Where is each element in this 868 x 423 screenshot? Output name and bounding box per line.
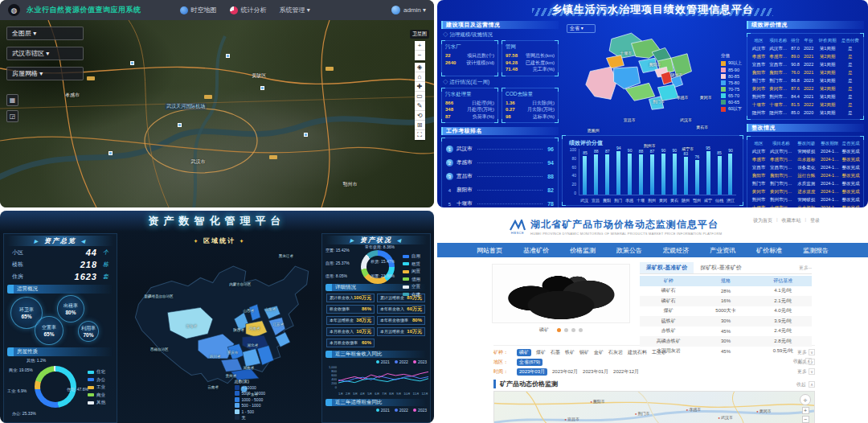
- table-row[interactable]: 磷矿石16%2.1元/吨: [640, 296, 812, 306]
- tool-button-1[interactable]: ⌂: [415, 72, 425, 82]
- table-row[interactable]: 黄冈市黄冈市污…进水浓度2024-1…整改完成: [750, 187, 861, 195]
- filter-tag[interactable]: 铁矿: [565, 349, 575, 356]
- ranking-row[interactable]: 1武汉市96: [446, 142, 554, 156]
- hubei-choropleth-map[interactable]: [568, 26, 721, 129]
- table-row[interactable]: 襄阳市襄阳市…76.02021第2周期是: [750, 68, 861, 76]
- table-row[interactable]: 十堰市十堰市…81.52022第2周期是: [750, 101, 861, 109]
- pan-control[interactable]: ✛: [800, 394, 811, 405]
- legend-entry[interactable]: 2023: [413, 408, 427, 413]
- layer-dropdown[interactable]: 房屋网格 ▾: [6, 67, 84, 80]
- tool-button-4[interactable]: ✎: [415, 101, 425, 111]
- layer-dropdown[interactable]: 武汉市辖区 ▾: [6, 47, 84, 60]
- table-row[interactable]: 十堰市十堰市污…出水超标2024-1…整改完成: [750, 203, 861, 207]
- carousel-dot[interactable]: [564, 328, 568, 332]
- table-row[interactable]: 随州市随州市…85.02020第1周期是: [750, 109, 861, 117]
- table-row[interactable]: 水泥用灰岩45%0.59元/吨: [640, 347, 812, 357]
- poi-marker[interactable]: [304, 133, 308, 137]
- poi-marker[interactable]: [130, 61, 134, 65]
- ranking-row[interactable]: 4襄阳市82: [446, 183, 554, 197]
- map-zoom-out[interactable]: −: [802, 416, 809, 423]
- map-zoom-in[interactable]: +: [802, 407, 809, 414]
- poi-marker[interactable]: [178, 123, 182, 127]
- filter-tag[interactable]: 石墨: [551, 349, 560, 356]
- region-select[interactable]: 全省 ▾: [567, 24, 596, 33]
- china-map[interactable]: [122, 244, 320, 413]
- price-tab[interactable]: 探矿权-基准矿价: [694, 262, 747, 273]
- legend-entry[interactable]: 2021: [376, 408, 390, 413]
- menu-item[interactable]: 系统管理 ▾: [280, 6, 310, 14]
- layer-dropdown[interactable]: 全图层 ▾: [6, 27, 84, 40]
- filter-tag[interactable]: 铜矿: [579, 349, 589, 356]
- table-row[interactable]: 硫铁矿30%3.9元/吨: [640, 316, 812, 326]
- filter-tag[interactable]: 磷矿: [517, 349, 531, 356]
- nav-item[interactable]: 宏观经济: [663, 246, 689, 255]
- satellite-map[interactable]: 全图层 ▾武汉市辖区 ▾房屋网格 ▾ ▦◲ 卫星图 +− ◈⌂✚▭✎⟲⊞⛶ 武汉…: [0, 20, 434, 207]
- zoom-out-button[interactable]: −: [415, 51, 425, 60]
- table-row[interactable]: 武汉市武汉市…87.02022第1周期是: [750, 44, 861, 52]
- nav-item[interactable]: 政策公告: [616, 246, 642, 255]
- menu-item[interactable]: 时空地图: [180, 6, 217, 14]
- price-monitor-map[interactable]: 襄阳市宜昌市荆门市孝感市武汉市黄冈市 ✛ + −: [493, 391, 815, 423]
- table-row[interactable]: 黄冈市黄冈市…87.62022第2周期是: [750, 84, 861, 92]
- collapse-button[interactable]: ∧: [805, 358, 812, 364]
- table-row[interactable]: 宜昌市宜昌市污…设备老化2024-1…整改完成: [750, 163, 861, 171]
- table-row[interactable]: 荆州市荆州市污…管网破损2024-1…整改完成: [750, 195, 861, 203]
- table-row[interactable]: 孝感市孝感市…89.02021第2周期是: [750, 52, 861, 60]
- map-square-button[interactable]: ▦: [6, 94, 18, 106]
- filter-tag[interactable]: 金矿: [594, 349, 604, 356]
- tool-button-2[interactable]: ✚: [415, 82, 425, 92]
- user-menu[interactable]: admin ▾: [391, 6, 426, 14]
- top-link[interactable]: 收藏本站: [781, 217, 800, 224]
- table-row[interactable]: 磷矿石28%4.1元/吨: [640, 286, 812, 297]
- site-logo[interactable]: HBSCE: [510, 220, 526, 235]
- legend-entry[interactable]: 2022: [395, 359, 408, 364]
- layer-switch-chip[interactable]: 卫星图: [410, 30, 429, 39]
- price-tab[interactable]: 采矿权-基准矿价: [640, 262, 694, 273]
- tool-button-3[interactable]: ▭: [415, 92, 425, 101]
- table-row[interactable]: 煤矿5000大卡4.0元/吨: [640, 306, 812, 317]
- top-link[interactable]: 登录: [810, 217, 820, 224]
- filter-tag[interactable]: 煤矿: [536, 349, 546, 356]
- filter-more[interactable]: 更多∨: [797, 368, 815, 376]
- table-row[interactable]: 孝感市孝感市污…出水超标2024-1…整改完成: [750, 155, 861, 163]
- table-row[interactable]: 赤铁矿45%2.4元/吨: [640, 326, 812, 337]
- nav-item[interactable]: 监测报告: [803, 246, 829, 255]
- legend-entry[interactable]: 2021: [376, 359, 390, 364]
- table-row[interactable]: 荆州市荆州市…84.42021第1周期是: [750, 92, 861, 101]
- table-row[interactable]: 襄阳市襄阳市污…运行台账2024-1…整改完成: [750, 171, 861, 179]
- filter-tag[interactable]: 2023年02月: [552, 368, 578, 376]
- filter-tag[interactable]: 石灰岩: [608, 349, 623, 356]
- top-link[interactable]: 设为首页: [753, 217, 772, 224]
- poi-marker[interactable]: [260, 86, 264, 90]
- poi-marker[interactable]: [226, 54, 230, 58]
- legend-entry[interactable]: 2023: [413, 359, 427, 364]
- nav-item[interactable]: 基准矿价: [523, 246, 549, 255]
- zoom-in-button[interactable]: +: [415, 41, 425, 51]
- poi-marker[interactable]: [108, 151, 113, 155]
- filter-tag[interactable]: 2022年12月: [613, 368, 639, 376]
- nav-item[interactable]: 网站首页: [477, 246, 502, 255]
- filter-tag[interactable]: 2023年01月: [583, 368, 608, 376]
- carousel-dot[interactable]: [571, 328, 575, 332]
- table-row[interactable]: 荆门市荆门市…86.82023第1周期是: [750, 76, 861, 84]
- nav-item[interactable]: 矿价标准: [756, 246, 782, 255]
- ranking-row[interactable]: 3宜昌市88: [446, 170, 554, 183]
- menu-item[interactable]: 统计分析: [230, 6, 267, 14]
- table-row[interactable]: 宜昌市宜昌市…90.82022第1周期是: [750, 60, 861, 68]
- collapse-button[interactable]: ∧: [809, 381, 815, 388]
- tool-button-7[interactable]: ⛶: [415, 130, 425, 140]
- table-row[interactable]: 荆门市荆门市污…水质监测2024-1…整改完成: [750, 179, 861, 187]
- tool-button-5[interactable]: ⟲: [415, 111, 425, 121]
- nav-item[interactable]: 产业资讯: [710, 246, 735, 255]
- ranking-row[interactable]: 2孝感市94: [446, 156, 554, 170]
- nav-item[interactable]: 价格监测: [570, 246, 596, 255]
- filter-tag[interactable]: 2023年03月: [517, 368, 547, 376]
- legend-entry[interactable]: 2022: [395, 408, 408, 413]
- table-row[interactable]: 武汉市武汉市污…管网破损2024-1…整改完成: [750, 147, 861, 155]
- table-row[interactable]: 高磷赤铁矿30%2.8元/吨: [640, 336, 812, 347]
- filter-tag[interactable]: 全省(679): [517, 359, 542, 366]
- carousel-dot[interactable]: [579, 328, 583, 332]
- map-square-button[interactable]: ◲: [6, 110, 18, 122]
- tool-button-0[interactable]: ◈: [415, 63, 425, 72]
- tool-button-6[interactable]: ⊞: [415, 121, 425, 130]
